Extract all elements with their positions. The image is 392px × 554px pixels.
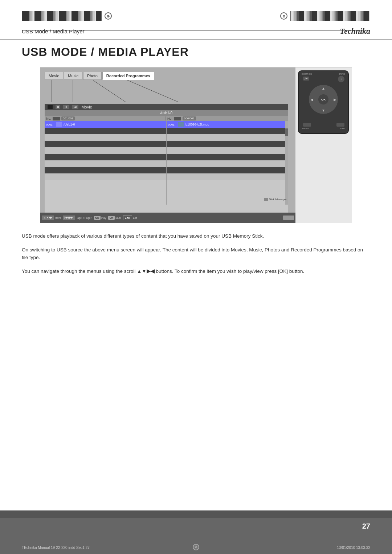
movie-label: Movie xyxy=(81,105,92,109)
page-header: ⊕ ⊕ USB Mode / Media Player Technika xyxy=(0,0,392,40)
scrollbar[interactable] xyxy=(285,121,288,205)
screenshot-area: Movie Music Photo Recorded Programmes xyxy=(40,67,352,223)
status-page-label: Page- / Page+ xyxy=(76,217,92,219)
right-col-header: No. 000/001 xyxy=(166,116,287,120)
source-label: SOURCE xyxy=(302,73,312,75)
header-subtitle: USB Mode / Media Player xyxy=(22,28,85,34)
page-title: USB MODE / MEDIA PLAYER xyxy=(22,45,189,59)
footer-left-text: TEchnika Manual 19-22-220 indd Sec1:27 xyxy=(22,546,90,550)
right-counter: 000/001 xyxy=(183,116,196,120)
movie-icon xyxy=(48,105,53,109)
info-label: INFO xyxy=(339,73,345,75)
body-paragraph-1: USB mode offers playback of various diff… xyxy=(22,232,370,240)
table-row xyxy=(45,173,166,180)
page-footer: 27 TEchnika Manual 19-22-220 indd Sec1:2… xyxy=(0,510,392,554)
svg-line-2 xyxy=(93,80,126,102)
brand-logo: Technika xyxy=(340,26,370,36)
tab-movie[interactable]: Movie xyxy=(45,72,63,80)
video-icon-row xyxy=(178,122,184,127)
annotation-lines xyxy=(44,80,269,107)
tab-music[interactable]: Music xyxy=(64,72,82,80)
ok-button[interactable]: OK xyxy=(318,94,328,104)
table-row xyxy=(45,128,166,134)
table-row xyxy=(45,154,166,160)
pause-icon: ⏸ xyxy=(63,105,69,109)
table-row xyxy=(167,141,288,147)
disk-manager-label: Disk Manager xyxy=(264,198,287,201)
table-row xyxy=(167,173,288,180)
status-bar: ▲▼◀▶ Move |◀◀ ▶▶| Page- / Page+ OK Play … xyxy=(40,213,295,223)
table-row xyxy=(167,167,288,173)
page-number: 27 xyxy=(362,522,370,530)
header-bar-right xyxy=(290,11,370,21)
tab-bar: Movie Music Photo Recorded Programmes xyxy=(45,72,154,80)
dpad-circle: OK xyxy=(309,85,338,114)
forward-icon: ⏭ xyxy=(72,105,78,109)
footer-right-text: 13/01/2010 13:03:32 xyxy=(337,546,370,550)
remote-control: SOURCE INFO AV i OK MENU EXIT xyxy=(298,70,349,134)
right-file-panel: 0001 b10098-b2f.mpg xyxy=(167,121,288,205)
dpad-right[interactable] xyxy=(334,98,336,102)
compass-left-icon: ⊕ xyxy=(105,12,112,20)
stop-icon: ■ xyxy=(56,105,60,109)
table-row[interactable]: 0001 b10098-b2f.mpg xyxy=(167,121,288,128)
status-btn-exit-bold[interactable]: EXIT xyxy=(123,216,132,220)
compass-right-icon: ⊕ xyxy=(280,12,287,20)
path-bar: /usb1-0 xyxy=(45,110,288,116)
dpad-up[interactable] xyxy=(322,86,325,90)
exit-label: EXIT xyxy=(340,127,345,130)
table-row xyxy=(167,160,288,167)
file-icon-header xyxy=(174,117,181,120)
table-row xyxy=(45,134,166,141)
dpad-down[interactable] xyxy=(322,108,325,112)
status-indicator-right xyxy=(283,216,294,220)
tab-recorded-programmes[interactable]: Recorded Programmes xyxy=(102,72,154,80)
status-btn-arrows: ▲▼◀▶ xyxy=(42,216,54,220)
body-paragraph-2: On switching to USB source the above men… xyxy=(22,246,370,262)
body-paragraph-3: You can navigate through the menus using… xyxy=(22,267,370,275)
column-headers: No. 001/001 No. 000/001 xyxy=(45,116,288,121)
table-row xyxy=(167,128,288,134)
footer-compass-icon: ⊕ xyxy=(193,544,199,550)
footer-inner: 27 TEchnika Manual 19-22-220 indd Sec1:2… xyxy=(0,518,392,554)
svg-line-3 xyxy=(127,80,178,102)
left-col-header: No. 001/001 xyxy=(46,116,166,120)
status-move-label: Move xyxy=(55,217,61,219)
table-row xyxy=(45,160,166,167)
body-text-area: USB mode offers playback of various diff… xyxy=(22,232,370,281)
tv-screen: Movie Music Photo Recorded Programmes xyxy=(40,67,295,223)
disk-icon xyxy=(264,198,268,201)
left-file-panel: 0001 /Usb1-0 xyxy=(45,121,166,205)
content-area: ■ ⏸ ⏭ Movie /usb1-0 No. 001/001 No. xyxy=(45,104,288,213)
status-btn-ok-back[interactable]: OK xyxy=(108,216,115,220)
left-counter: 001/001 xyxy=(61,116,75,120)
table-row xyxy=(45,141,166,147)
status-btn-ok-play[interactable]: OK xyxy=(94,216,101,220)
status-btn-page: |◀◀ ▶▶| xyxy=(63,216,75,220)
scrollbar-thumb[interactable] xyxy=(285,128,288,136)
table-row xyxy=(45,147,166,154)
table-row[interactable]: 0001 /Usb1-0 xyxy=(45,121,166,128)
dpad-left[interactable] xyxy=(310,98,313,102)
info-button[interactable]: i xyxy=(338,76,344,82)
folder-icon-row xyxy=(56,122,62,127)
table-row xyxy=(167,134,288,141)
table-row xyxy=(45,167,166,173)
tab-photo[interactable]: Photo xyxy=(83,72,102,80)
exit-button[interactable] xyxy=(336,123,344,127)
menu-button[interactable] xyxy=(303,123,311,127)
header-bar-left xyxy=(22,11,102,21)
av-button[interactable]: AV xyxy=(303,77,309,81)
menu-label: MENU xyxy=(302,127,309,130)
folder-icon xyxy=(53,117,60,120)
movie-header-bar: ■ ⏸ ⏭ Movie xyxy=(45,104,288,110)
file-list: 0001 /Usb1-0 00 xyxy=(45,121,288,205)
dpad: OK xyxy=(309,85,338,114)
table-row xyxy=(167,147,288,154)
table-row xyxy=(167,154,288,160)
